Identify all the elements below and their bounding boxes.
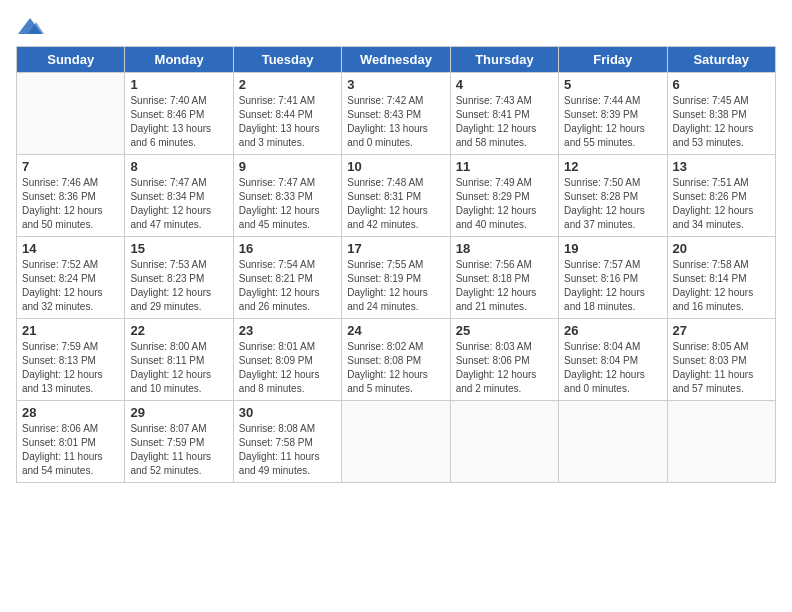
logo xyxy=(16,16,48,38)
calendar-cell: 6Sunrise: 7:45 AM Sunset: 8:38 PM Daylig… xyxy=(667,73,775,155)
calendar-cell: 17Sunrise: 7:55 AM Sunset: 8:19 PM Dayli… xyxy=(342,237,450,319)
calendar-cell: 2Sunrise: 7:41 AM Sunset: 8:44 PM Daylig… xyxy=(233,73,341,155)
day-info: Sunrise: 7:57 AM Sunset: 8:16 PM Dayligh… xyxy=(564,258,661,314)
day-number: 1 xyxy=(130,77,227,92)
day-number: 18 xyxy=(456,241,553,256)
day-info: Sunrise: 8:07 AM Sunset: 7:59 PM Dayligh… xyxy=(130,422,227,478)
day-number: 14 xyxy=(22,241,119,256)
day-info: Sunrise: 7:43 AM Sunset: 8:41 PM Dayligh… xyxy=(456,94,553,150)
logo-icon xyxy=(16,16,44,38)
calendar-cell: 9Sunrise: 7:47 AM Sunset: 8:33 PM Daylig… xyxy=(233,155,341,237)
calendar-cell xyxy=(667,401,775,483)
day-info: Sunrise: 7:56 AM Sunset: 8:18 PM Dayligh… xyxy=(456,258,553,314)
day-info: Sunrise: 7:58 AM Sunset: 8:14 PM Dayligh… xyxy=(673,258,770,314)
calendar-cell: 29Sunrise: 8:07 AM Sunset: 7:59 PM Dayli… xyxy=(125,401,233,483)
calendar-cell: 26Sunrise: 8:04 AM Sunset: 8:04 PM Dayli… xyxy=(559,319,667,401)
calendar-cell: 25Sunrise: 8:03 AM Sunset: 8:06 PM Dayli… xyxy=(450,319,558,401)
day-number: 2 xyxy=(239,77,336,92)
weekday-header: Friday xyxy=(559,47,667,73)
day-info: Sunrise: 7:46 AM Sunset: 8:36 PM Dayligh… xyxy=(22,176,119,232)
day-number: 27 xyxy=(673,323,770,338)
weekday-header: Wednesday xyxy=(342,47,450,73)
day-info: Sunrise: 7:55 AM Sunset: 8:19 PM Dayligh… xyxy=(347,258,444,314)
day-number: 15 xyxy=(130,241,227,256)
calendar-cell: 16Sunrise: 7:54 AM Sunset: 8:21 PM Dayli… xyxy=(233,237,341,319)
day-number: 30 xyxy=(239,405,336,420)
day-info: Sunrise: 7:41 AM Sunset: 8:44 PM Dayligh… xyxy=(239,94,336,150)
calendar-cell: 10Sunrise: 7:48 AM Sunset: 8:31 PM Dayli… xyxy=(342,155,450,237)
day-info: Sunrise: 7:52 AM Sunset: 8:24 PM Dayligh… xyxy=(22,258,119,314)
calendar-cell: 7Sunrise: 7:46 AM Sunset: 8:36 PM Daylig… xyxy=(17,155,125,237)
day-info: Sunrise: 7:50 AM Sunset: 8:28 PM Dayligh… xyxy=(564,176,661,232)
day-info: Sunrise: 7:45 AM Sunset: 8:38 PM Dayligh… xyxy=(673,94,770,150)
day-info: Sunrise: 8:08 AM Sunset: 7:58 PM Dayligh… xyxy=(239,422,336,478)
day-info: Sunrise: 8:05 AM Sunset: 8:03 PM Dayligh… xyxy=(673,340,770,396)
day-number: 17 xyxy=(347,241,444,256)
calendar-cell: 21Sunrise: 7:59 AM Sunset: 8:13 PM Dayli… xyxy=(17,319,125,401)
day-info: Sunrise: 8:01 AM Sunset: 8:09 PM Dayligh… xyxy=(239,340,336,396)
day-number: 13 xyxy=(673,159,770,174)
day-info: Sunrise: 7:40 AM Sunset: 8:46 PM Dayligh… xyxy=(130,94,227,150)
calendar: SundayMondayTuesdayWednesdayThursdayFrid… xyxy=(16,46,776,483)
day-info: Sunrise: 8:06 AM Sunset: 8:01 PM Dayligh… xyxy=(22,422,119,478)
day-number: 4 xyxy=(456,77,553,92)
calendar-cell xyxy=(17,73,125,155)
day-number: 29 xyxy=(130,405,227,420)
calendar-cell xyxy=(450,401,558,483)
calendar-cell: 15Sunrise: 7:53 AM Sunset: 8:23 PM Dayli… xyxy=(125,237,233,319)
day-info: Sunrise: 7:51 AM Sunset: 8:26 PM Dayligh… xyxy=(673,176,770,232)
day-number: 8 xyxy=(130,159,227,174)
calendar-cell: 19Sunrise: 7:57 AM Sunset: 8:16 PM Dayli… xyxy=(559,237,667,319)
day-info: Sunrise: 8:02 AM Sunset: 8:08 PM Dayligh… xyxy=(347,340,444,396)
calendar-cell: 8Sunrise: 7:47 AM Sunset: 8:34 PM Daylig… xyxy=(125,155,233,237)
day-info: Sunrise: 7:47 AM Sunset: 8:33 PM Dayligh… xyxy=(239,176,336,232)
calendar-cell: 13Sunrise: 7:51 AM Sunset: 8:26 PM Dayli… xyxy=(667,155,775,237)
day-info: Sunrise: 7:42 AM Sunset: 8:43 PM Dayligh… xyxy=(347,94,444,150)
calendar-cell: 20Sunrise: 7:58 AM Sunset: 8:14 PM Dayli… xyxy=(667,237,775,319)
day-number: 21 xyxy=(22,323,119,338)
day-info: Sunrise: 8:03 AM Sunset: 8:06 PM Dayligh… xyxy=(456,340,553,396)
day-number: 26 xyxy=(564,323,661,338)
day-info: Sunrise: 7:53 AM Sunset: 8:23 PM Dayligh… xyxy=(130,258,227,314)
calendar-cell xyxy=(342,401,450,483)
day-number: 23 xyxy=(239,323,336,338)
day-info: Sunrise: 7:59 AM Sunset: 8:13 PM Dayligh… xyxy=(22,340,119,396)
weekday-header: Saturday xyxy=(667,47,775,73)
day-number: 12 xyxy=(564,159,661,174)
header-area xyxy=(16,16,776,38)
day-number: 7 xyxy=(22,159,119,174)
day-info: Sunrise: 7:49 AM Sunset: 8:29 PM Dayligh… xyxy=(456,176,553,232)
weekday-header: Monday xyxy=(125,47,233,73)
day-number: 9 xyxy=(239,159,336,174)
calendar-week-row: 28Sunrise: 8:06 AM Sunset: 8:01 PM Dayli… xyxy=(17,401,776,483)
calendar-cell: 3Sunrise: 7:42 AM Sunset: 8:43 PM Daylig… xyxy=(342,73,450,155)
day-number: 11 xyxy=(456,159,553,174)
calendar-cell: 11Sunrise: 7:49 AM Sunset: 8:29 PM Dayli… xyxy=(450,155,558,237)
calendar-cell: 14Sunrise: 7:52 AM Sunset: 8:24 PM Dayli… xyxy=(17,237,125,319)
calendar-cell: 4Sunrise: 7:43 AM Sunset: 8:41 PM Daylig… xyxy=(450,73,558,155)
day-info: Sunrise: 8:00 AM Sunset: 8:11 PM Dayligh… xyxy=(130,340,227,396)
calendar-cell: 28Sunrise: 8:06 AM Sunset: 8:01 PM Dayli… xyxy=(17,401,125,483)
day-number: 5 xyxy=(564,77,661,92)
calendar-cell: 1Sunrise: 7:40 AM Sunset: 8:46 PM Daylig… xyxy=(125,73,233,155)
day-number: 20 xyxy=(673,241,770,256)
calendar-cell: 30Sunrise: 8:08 AM Sunset: 7:58 PM Dayli… xyxy=(233,401,341,483)
calendar-cell: 22Sunrise: 8:00 AM Sunset: 8:11 PM Dayli… xyxy=(125,319,233,401)
day-number: 16 xyxy=(239,241,336,256)
calendar-week-row: 1Sunrise: 7:40 AM Sunset: 8:46 PM Daylig… xyxy=(17,73,776,155)
day-number: 28 xyxy=(22,405,119,420)
calendar-week-row: 7Sunrise: 7:46 AM Sunset: 8:36 PM Daylig… xyxy=(17,155,776,237)
calendar-cell: 24Sunrise: 8:02 AM Sunset: 8:08 PM Dayli… xyxy=(342,319,450,401)
weekday-header: Thursday xyxy=(450,47,558,73)
weekday-header: Tuesday xyxy=(233,47,341,73)
day-number: 25 xyxy=(456,323,553,338)
calendar-cell: 12Sunrise: 7:50 AM Sunset: 8:28 PM Dayli… xyxy=(559,155,667,237)
day-number: 19 xyxy=(564,241,661,256)
day-info: Sunrise: 7:54 AM Sunset: 8:21 PM Dayligh… xyxy=(239,258,336,314)
day-number: 3 xyxy=(347,77,444,92)
day-info: Sunrise: 8:04 AM Sunset: 8:04 PM Dayligh… xyxy=(564,340,661,396)
day-number: 10 xyxy=(347,159,444,174)
calendar-cell: 27Sunrise: 8:05 AM Sunset: 8:03 PM Dayli… xyxy=(667,319,775,401)
day-number: 6 xyxy=(673,77,770,92)
calendar-week-row: 14Sunrise: 7:52 AM Sunset: 8:24 PM Dayli… xyxy=(17,237,776,319)
